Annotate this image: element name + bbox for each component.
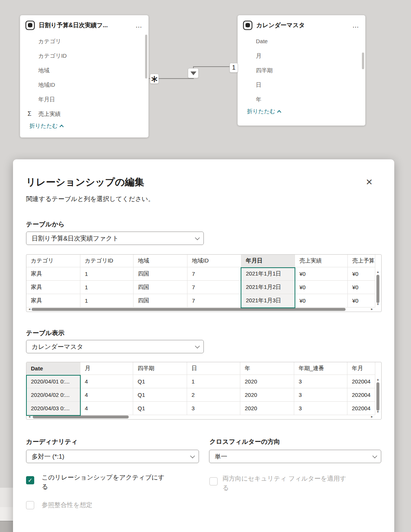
column-header[interactable]: カテゴリ	[26, 255, 80, 267]
cell[interactable]: 4	[80, 375, 133, 388]
horizontal-scrollbar[interactable]: ◄ ►	[26, 415, 375, 419]
cell-selected[interactable]: 2021年1月1日	[241, 267, 295, 281]
scroll-left-icon[interactable]: ◄	[28, 415, 31, 418]
security-filter-checkbox	[209, 477, 218, 485]
column-header[interactable]: 年月	[347, 362, 375, 375]
cell[interactable]: 4	[80, 388, 133, 402]
cell[interactable]: ¥0	[348, 281, 375, 294]
table-card-calendar[interactable]: カレンダーマスタ … Date 月 四半期 日 年 折りたたむ	[237, 15, 366, 126]
cell[interactable]: ¥0	[295, 294, 348, 308]
cell[interactable]: 四国	[134, 267, 187, 281]
cell[interactable]: Q1	[133, 402, 187, 415]
cell[interactable]: 202004	[347, 388, 375, 402]
cell[interactable]: 1	[80, 281, 134, 294]
scroll-left-icon[interactable]: ◄	[28, 308, 31, 311]
field-item[interactable]: カテゴリID	[20, 48, 148, 63]
field-item[interactable]: 日	[238, 77, 365, 92]
cell[interactable]: 四国	[134, 281, 187, 294]
close-icon[interactable]: ✕	[366, 177, 373, 187]
cell[interactable]: ¥0	[295, 267, 348, 281]
card-scrollbar[interactable]	[145, 35, 147, 79]
cell[interactable]: 1	[80, 294, 134, 308]
column-header[interactable]: カテゴリID	[80, 255, 134, 267]
chevron-up-icon	[277, 110, 281, 114]
from-table-dropdown[interactable]: 日割り予算&日次実績ファクト	[26, 232, 204, 245]
to-table-dropdown[interactable]: カレンダーマスタ	[26, 340, 204, 353]
scroll-down-icon[interactable]: ▼	[376, 303, 379, 306]
column-header-selected[interactable]: 年月日	[241, 255, 295, 267]
cell[interactable]: 1	[187, 375, 240, 388]
cell[interactable]: 家具	[26, 267, 80, 281]
table-card-fact[interactable]: 日割り予算&日次実績フ... … カテゴリ カテゴリID 地域 地域ID 年月日…	[20, 15, 149, 138]
cell[interactable]: Q1	[133, 375, 187, 388]
field-item[interactable]: 年	[238, 92, 365, 106]
cell[interactable]: 3	[294, 402, 347, 415]
cell[interactable]: 四国	[134, 294, 187, 308]
cell[interactable]: 7	[187, 267, 241, 281]
cell[interactable]: 家具	[26, 281, 80, 294]
cell[interactable]: 1	[80, 267, 134, 281]
collapse-link[interactable]: 折りたたむ	[238, 106, 365, 115]
cell[interactable]: 2	[187, 388, 240, 402]
cell-selected[interactable]: 2020/04/01 0:...	[26, 375, 80, 388]
cell[interactable]: 2020	[240, 402, 294, 415]
scroll-right-icon[interactable]: ►	[370, 415, 373, 418]
cell[interactable]: 家具	[26, 294, 80, 308]
cell[interactable]: ¥0	[348, 267, 375, 281]
scroll-up-icon[interactable]: ▲	[376, 270, 379, 274]
cell[interactable]: 202004	[347, 402, 375, 415]
column-header[interactable]: 売上実績	[295, 255, 348, 267]
cell[interactable]: 4	[80, 402, 133, 415]
cell[interactable]: 3	[294, 388, 347, 402]
cell[interactable]: 2020	[240, 375, 294, 388]
cross-filter-dropdown[interactable]: 単一	[209, 450, 381, 463]
field-item[interactable]: Date	[238, 34, 365, 48]
column-header[interactable]: 月	[80, 362, 133, 375]
column-header[interactable]: 四半期	[133, 362, 187, 375]
more-options-icon[interactable]: …	[135, 22, 142, 29]
column-header[interactable]: 売上予算	[348, 255, 375, 267]
column-header[interactable]: 年	[240, 362, 294, 375]
collapse-link[interactable]: 折りたたむ	[20, 121, 148, 130]
more-options-icon[interactable]: …	[352, 22, 359, 29]
active-relationship-label[interactable]: このリレーションシップをアクティブにする	[42, 473, 166, 491]
scroll-thumb[interactable]	[32, 308, 346, 311]
scroll-up-icon[interactable]: ▲	[376, 378, 379, 381]
column-header[interactable]: 日	[187, 362, 240, 375]
field-item-measure[interactable]: Σ売上実績	[20, 106, 148, 121]
cardinality-dropdown[interactable]: 多対一 (*:1)	[26, 450, 199, 463]
cell-selected[interactable]: 2021年1月2日	[241, 281, 295, 294]
vertical-scrollbar[interactable]: ▲ ▼	[375, 255, 381, 307]
field-item[interactable]: カテゴリ	[20, 34, 148, 48]
field-item[interactable]: 四半期	[238, 63, 365, 77]
field-item[interactable]: 年月日	[20, 92, 148, 106]
scroll-thumb[interactable]	[376, 382, 379, 411]
cell-selected[interactable]: 2020/04/03 0:...	[26, 402, 80, 415]
horizontal-scrollbar[interactable]: ◄ ►	[26, 307, 375, 312]
card-scrollbar[interactable]	[362, 52, 364, 69]
cell-selected[interactable]: 2021年1月3日	[241, 294, 295, 308]
column-header-selected[interactable]: Date	[26, 362, 80, 375]
column-header[interactable]: 地域ID	[187, 255, 241, 267]
cell[interactable]: 7	[187, 281, 241, 294]
cell[interactable]: 202004	[347, 375, 375, 388]
scroll-thumb[interactable]	[33, 415, 129, 418]
cell[interactable]: 2020	[240, 388, 294, 402]
cell[interactable]: 7	[187, 294, 241, 308]
cell[interactable]: ¥0	[295, 281, 348, 294]
cell-selected[interactable]: 2020/04/02 0:...	[26, 388, 80, 402]
vertical-scrollbar[interactable]: ▲ ▼	[375, 362, 381, 415]
cell[interactable]: 3	[187, 402, 240, 415]
cell[interactable]: Q1	[133, 388, 187, 402]
cell[interactable]: 3	[294, 375, 347, 388]
scroll-down-icon[interactable]: ▼	[376, 410, 379, 414]
column-header[interactable]: 地域	[134, 255, 187, 267]
field-item[interactable]: 月	[238, 48, 365, 63]
active-relationship-checkbox[interactable]: ✓	[26, 476, 34, 484]
field-item[interactable]: 地域ID	[20, 77, 148, 92]
scroll-right-icon[interactable]: ►	[370, 308, 373, 311]
column-header[interactable]: 年期_連番	[294, 362, 347, 375]
scroll-thumb[interactable]	[376, 275, 379, 303]
field-item[interactable]: 地域	[20, 63, 148, 77]
cell[interactable]: ¥0	[348, 294, 375, 308]
